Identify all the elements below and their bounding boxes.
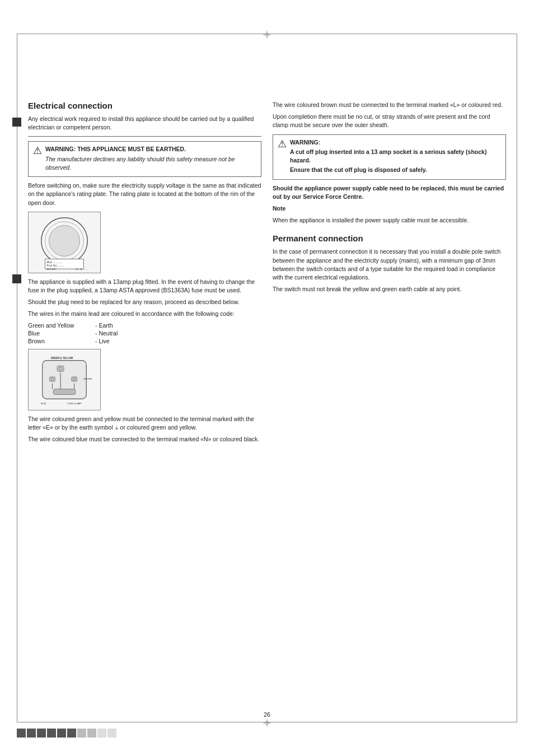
section2-title: Permanent connection xyxy=(273,234,506,243)
warning-sub: The manufacturer declines any liability … xyxy=(45,155,256,172)
wire-row-1: Green and Yellow - Earth xyxy=(28,322,261,329)
warning2-title: WARNING: xyxy=(290,138,501,147)
side-marker-top xyxy=(12,118,21,127)
wire-color-1: Green and Yellow xyxy=(28,322,90,329)
side-marker-mid xyxy=(12,274,21,283)
green-yellow-wire: The wire coloured green and yellow must … xyxy=(28,415,261,432)
page-number: 26 xyxy=(264,711,270,718)
svg-point-8 xyxy=(49,225,80,256)
pattern-square xyxy=(27,729,36,738)
page-border-left xyxy=(17,34,17,722)
warning-title: WARNING: THIS APPLIANCE MUST BE EARTHED. xyxy=(45,145,256,153)
svg-text:GREEN & YELLOW: GREEN & YELLOW xyxy=(50,356,73,359)
rating-plate-diagram: Mod.: ............. Prod. No.: .........… xyxy=(28,212,101,273)
supplied-info: The appliance is supplied with a 13amp p… xyxy=(28,278,261,295)
wire-meaning-1: - Earth xyxy=(95,322,113,329)
warning-triangle-icon: ⚠ xyxy=(33,146,42,156)
pattern-square xyxy=(17,729,26,738)
pattern-square xyxy=(57,729,66,738)
wire-meaning-2: - Neutral xyxy=(95,330,118,337)
wire-row-2: Blue - Neutral xyxy=(28,330,261,337)
pattern-square xyxy=(47,729,56,738)
wire-row-3: Brown - Live xyxy=(28,338,261,344)
page-content: Electrical connection Any electrical wor… xyxy=(28,45,506,711)
svg-rect-19 xyxy=(53,389,75,394)
pattern-square xyxy=(67,729,76,738)
svg-text:CORD CLAMP: CORD CLAMP xyxy=(67,402,82,405)
pattern-square xyxy=(77,729,86,738)
warning-box-2: ⚠ WARNING: A cut off plug inserted into … xyxy=(273,134,506,180)
crosshair-bottom-icon xyxy=(263,719,271,727)
blue-wire: The wire coloured blue must be connected… xyxy=(28,435,261,444)
warning-box-1: ⚠ WARNING: THIS APPLIANCE MUST BE EARTHE… xyxy=(28,141,261,177)
crosshair-top-icon xyxy=(263,31,271,39)
warning2-line1: A cut off plug inserted into a 13 amp so… xyxy=(290,148,501,165)
page-border-right xyxy=(517,34,517,722)
wire-color-2: Blue xyxy=(28,330,90,337)
warning2-line2: Ensure that the cut off plug is disposed… xyxy=(290,166,501,174)
section1-title: Electrical connection xyxy=(28,101,261,110)
should-replace-text: Should the appliance power supply cable … xyxy=(273,184,506,201)
intro-text: Any electrical work required to install … xyxy=(28,115,261,132)
wire-meaning-3: - Live xyxy=(95,338,110,344)
permanent-text1: In the case of permanent connection it i… xyxy=(273,248,506,282)
plug-replace: Should the plug need to be replaced for … xyxy=(28,298,261,306)
svg-rect-16 xyxy=(57,366,64,371)
right-column: The wire coloured brown must be connecte… xyxy=(273,45,506,711)
svg-text:BLUE: BLUE xyxy=(41,402,47,405)
svg-text:Prod. No.: .........: Prod. No.: ......... xyxy=(47,264,65,267)
wire-color-3: Brown xyxy=(28,338,90,344)
pattern-square xyxy=(37,729,46,738)
warning-text-1: WARNING: THIS APPLIANCE MUST BE EARTHED.… xyxy=(45,145,256,173)
svg-text:Ser. No. .......: Ser. No. ....... xyxy=(76,268,88,270)
pattern-square xyxy=(107,729,116,738)
before-switch-text: Before switching on, make sure the elect… xyxy=(28,181,261,207)
pattern-square xyxy=(87,729,96,738)
warning-text-2: WARNING: A cut off plug inserted into a … xyxy=(290,138,501,176)
note-text: When the appliance is installed the powe… xyxy=(273,216,506,225)
wire-color-table: Green and Yellow - Earth Blue - Neutral … xyxy=(28,322,261,344)
note-label: Note xyxy=(273,204,506,213)
svg-text:AEG BEC: AEG BEC xyxy=(47,268,57,270)
left-column: Electrical connection Any electrical wor… xyxy=(28,45,261,711)
completion-text: Upon completion there must be no cut, or… xyxy=(273,113,506,129)
brown-wire-text: The wire coloured brown must be connecte… xyxy=(273,101,506,109)
mains-colours: The wires in the mains lead are coloured… xyxy=(28,310,261,318)
warning-triangle-2-icon: ⚠ xyxy=(278,139,287,149)
pattern-square xyxy=(97,729,106,738)
bottom-pattern xyxy=(17,727,517,739)
svg-text:Mod.: .............: Mod.: ............. xyxy=(47,261,63,264)
svg-text:BROWN: BROWN xyxy=(83,377,92,380)
plug-wiring-diagram: GREEN & YELLOW BLUE CORD CLAMP BROWN xyxy=(28,349,101,410)
permanent-text2: The switch must not break the yellow and… xyxy=(273,285,506,293)
divider xyxy=(28,136,261,137)
